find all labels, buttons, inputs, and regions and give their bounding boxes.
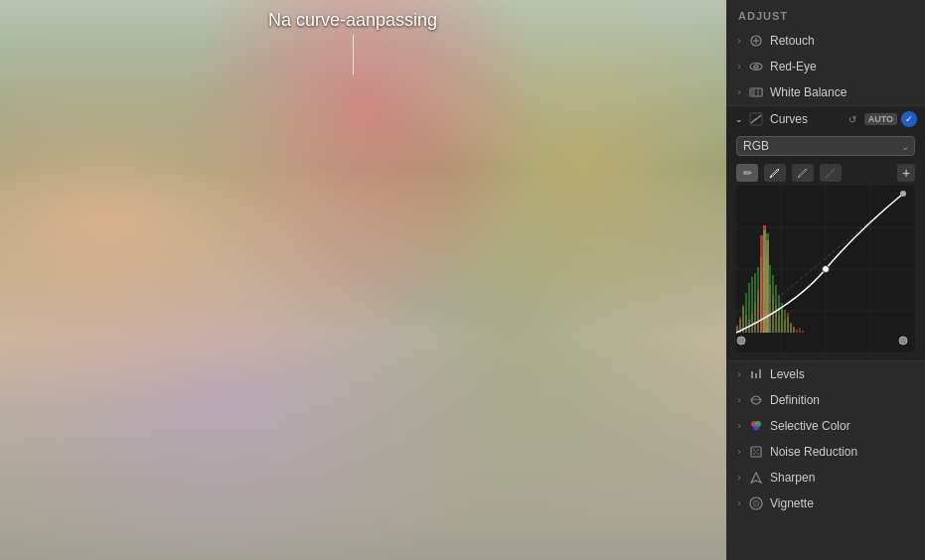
rgb-row: RGB Red Green Blue Luminance bbox=[726, 132, 925, 160]
sidebar-item-selective-color[interactable]: › Selective Color bbox=[726, 413, 925, 439]
red-eye-label: Red-Eye bbox=[770, 60, 917, 73]
curves-section: ⌄ Curves ↺ AUTO ✓ RGB Red Green bbox=[726, 105, 925, 361]
image-area: Na curve-aanpassing bbox=[0, 0, 726, 560]
curve-svg bbox=[736, 186, 915, 352]
svg-point-9 bbox=[770, 176, 772, 178]
sidebar-item-sharpen[interactable]: › Sharpen bbox=[726, 465, 925, 490]
curve-tools: ✏ + bbox=[726, 160, 925, 186]
curve-graph[interactable] bbox=[736, 186, 915, 352]
adjust-panel: ADJUST › Retouch › Red-Eye › bbox=[726, 0, 925, 560]
definition-icon bbox=[748, 392, 764, 408]
svg-point-80 bbox=[755, 451, 757, 453]
undo-button[interactable]: ↺ bbox=[845, 111, 860, 127]
sidebar-item-white-balance[interactable]: › White Balance bbox=[726, 79, 925, 105]
svg-point-11 bbox=[826, 176, 828, 178]
curves-label: Curves bbox=[770, 112, 845, 126]
channel-select-wrapper: RGB Red Green Blue Luminance bbox=[736, 136, 915, 156]
retouch-icon bbox=[748, 33, 764, 49]
sharpen-icon bbox=[748, 470, 764, 486]
sidebar-item-red-eye[interactable]: › Red-Eye bbox=[726, 54, 925, 79]
vignette-label: Vignette bbox=[770, 496, 917, 510]
channel-select[interactable]: RGB Red Green Blue Luminance bbox=[736, 136, 915, 156]
curves-controls: ↺ AUTO ✓ bbox=[845, 111, 917, 127]
curves-header[interactable]: ⌄ Curves ↺ AUTO ✓ bbox=[726, 106, 925, 132]
svg-point-81 bbox=[753, 453, 755, 455]
curves-icon bbox=[748, 111, 764, 127]
svg-rect-72 bbox=[755, 373, 757, 378]
expand-arrow-wb: › bbox=[734, 87, 744, 97]
sidebar-item-definition[interactable]: › Definition bbox=[726, 387, 925, 413]
svg-rect-52 bbox=[769, 265, 771, 333]
annotation-line bbox=[353, 35, 354, 74]
expand-arrow-vignette: › bbox=[734, 498, 744, 508]
svg-rect-55 bbox=[778, 295, 780, 333]
expand-arrow-curves: ⌄ bbox=[734, 114, 744, 124]
retouch-label: Retouch bbox=[770, 34, 917, 48]
panel-title: ADJUST bbox=[726, 0, 925, 28]
noise-reduction-icon bbox=[748, 444, 764, 460]
svg-point-68 bbox=[900, 191, 906, 197]
svg-point-76 bbox=[753, 425, 759, 431]
svg-rect-7 bbox=[750, 88, 754, 96]
white-balance-label: White Balance bbox=[770, 85, 917, 99]
sidebar-item-vignette[interactable]: › Vignette bbox=[726, 490, 925, 516]
svg-point-10 bbox=[798, 176, 800, 178]
levels-icon bbox=[748, 366, 764, 382]
svg-point-78 bbox=[753, 449, 755, 451]
annotation-label: Na curve-aanpassing bbox=[268, 10, 437, 31]
levels-label: Levels bbox=[770, 367, 917, 381]
svg-rect-40 bbox=[802, 331, 804, 333]
vignette-icon bbox=[748, 495, 764, 511]
photo-background bbox=[0, 0, 726, 560]
svg-rect-71 bbox=[751, 371, 753, 378]
sidebar-item-retouch[interactable]: › Retouch bbox=[726, 28, 925, 54]
svg-rect-38 bbox=[796, 330, 798, 333]
dropper-tool-1[interactable] bbox=[764, 164, 786, 182]
expand-arrow-red-eye: › bbox=[734, 62, 744, 71]
svg-rect-53 bbox=[772, 275, 774, 333]
noise-reduction-label: Noise Reduction bbox=[770, 445, 917, 459]
svg-rect-54 bbox=[775, 285, 777, 333]
sharpen-label: Sharpen bbox=[770, 471, 917, 485]
svg-point-67 bbox=[823, 266, 830, 273]
red-eye-icon bbox=[748, 59, 764, 74]
svg-rect-61 bbox=[760, 235, 763, 333]
svg-rect-39 bbox=[799, 328, 801, 333]
selective-color-label: Selective Color bbox=[770, 419, 917, 433]
svg-point-5 bbox=[755, 66, 757, 68]
svg-rect-58 bbox=[787, 317, 789, 333]
selective-color-icon bbox=[748, 418, 764, 434]
white-balance-icon bbox=[748, 84, 764, 100]
dropper-tool-2[interactable] bbox=[792, 164, 814, 182]
expand-arrow-retouch: › bbox=[734, 36, 744, 46]
expand-arrow-levels: › bbox=[734, 369, 744, 379]
expand-arrow-selective-color: › bbox=[734, 421, 744, 431]
svg-point-69 bbox=[737, 337, 745, 345]
expand-arrow-definition: › bbox=[734, 395, 744, 405]
annotation-overlay: Na curve-aanpassing bbox=[268, 10, 437, 74]
svg-rect-60 bbox=[793, 328, 795, 333]
add-point-button[interactable]: + bbox=[897, 164, 915, 182]
expand-arrow-noise-reduction: › bbox=[734, 447, 744, 457]
sidebar-item-noise-reduction[interactable]: › Noise Reduction bbox=[726, 439, 925, 465]
svg-point-70 bbox=[899, 337, 907, 345]
svg-rect-73 bbox=[759, 369, 761, 378]
expand-arrow-sharpen: › bbox=[734, 473, 744, 483]
auto-badge[interactable]: AUTO bbox=[864, 113, 897, 125]
svg-point-82 bbox=[757, 453, 759, 455]
svg-point-79 bbox=[757, 449, 759, 451]
dropper-tool-3[interactable] bbox=[820, 164, 842, 182]
svg-point-84 bbox=[753, 500, 759, 506]
pencil-tool[interactable]: ✏ bbox=[736, 164, 758, 182]
svg-rect-57 bbox=[784, 310, 786, 333]
sidebar-item-levels[interactable]: › Levels bbox=[726, 361, 925, 387]
svg-rect-59 bbox=[790, 324, 792, 333]
confirm-button[interactable]: ✓ bbox=[901, 111, 917, 127]
definition-label: Definition bbox=[770, 393, 917, 407]
